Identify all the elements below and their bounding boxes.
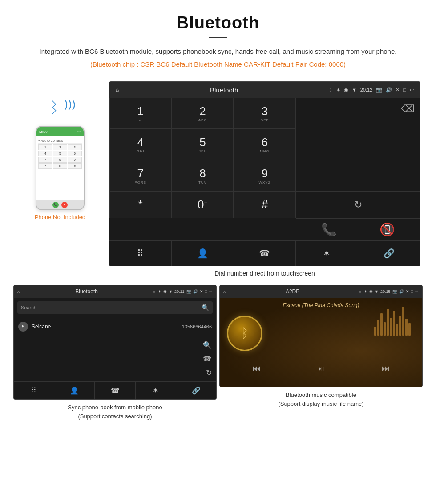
phone-key-5: 5 bbox=[53, 151, 67, 156]
phone-key-3: 3 bbox=[68, 144, 82, 150]
phone-call-button: 📞 bbox=[52, 202, 59, 208]
phone-device: M:S0 ▪▪▪ + Add to Contacts 1 2 3 4 5 6 7… bbox=[36, 126, 85, 210]
signal-waves-icon: ))) bbox=[64, 97, 76, 111]
dial-screen-title: Bluetooth bbox=[123, 86, 325, 94]
dial-key-9[interactable]: 9 WXYZ bbox=[234, 160, 296, 191]
volume-icon: 🔊 bbox=[386, 87, 392, 93]
dial-phone-icon[interactable]: ☎ bbox=[234, 241, 296, 266]
phone-keypad: 1 2 3 4 5 6 7 8 9 * 0 # bbox=[38, 144, 82, 169]
music-caption-line2: (Support display music file name) bbox=[278, 400, 363, 407]
pb-close-icon: ✕ bbox=[200, 289, 203, 294]
music-art-area: ᛒ ♪ bbox=[220, 311, 422, 360]
bluetooth-icon: ᛒ bbox=[49, 98, 59, 117]
dial-key-4[interactable]: 4 GHI bbox=[109, 129, 172, 160]
phone-key-9: 9 bbox=[68, 157, 82, 163]
pb-sidebar-refresh-icon[interactable]: ↻ bbox=[206, 368, 212, 377]
dial-caption: Dial number direct from touchscreen bbox=[109, 270, 420, 277]
dial-call-button[interactable]: 📞 bbox=[321, 222, 337, 237]
dial-call-actions: 📞 📵 bbox=[296, 218, 420, 240]
phonebook-caption-line1: Sync phone-book from mobile phone bbox=[68, 404, 162, 411]
pb-search-placeholder: Search bbox=[21, 305, 36, 310]
dial-grid-icon[interactable]: ⠿ bbox=[109, 241, 172, 266]
dial-screen: ⌂ Bluetooth ↕ ✶ ◉ ▼ 20:12 📷 🔊 ✕ □ ↩ bbox=[109, 81, 420, 266]
phone-contact-bar: + Add to Contacts bbox=[38, 138, 82, 144]
pb-bottom-bt-icon[interactable]: ✶ bbox=[136, 382, 176, 399]
music-next-button[interactable]: ⏭ bbox=[382, 364, 390, 373]
vis-bar-8 bbox=[396, 324, 398, 336]
dial-backspace-button[interactable]: ⌫ bbox=[401, 103, 415, 115]
music-loc-icon: ◉ bbox=[369, 289, 373, 294]
pb-bottom-bar: ⠿ 👤 ☎ ✶ 🔗 bbox=[14, 381, 216, 399]
dial-key-0[interactable]: 0+ bbox=[172, 191, 234, 218]
music-title: A2DP bbox=[229, 288, 356, 295]
phone-key-6: 6 bbox=[68, 151, 82, 156]
refresh-icon: ↻ bbox=[354, 199, 362, 211]
vis-bar-6 bbox=[390, 318, 392, 336]
window-icon: □ bbox=[403, 87, 406, 92]
page-subtitle: Integrated with BC6 Bluetooth module, su… bbox=[27, 46, 409, 57]
music-caption: Bluetooth music compatible (Support disp… bbox=[219, 391, 423, 408]
vis-bar-3 bbox=[380, 313, 383, 336]
phonebook-status-bar: ⌂ Bluetooth ↕ ✶ ◉ ▼ 20:11 📷 🔊 ✕ □ ↩ bbox=[14, 285, 216, 298]
phonebook-caption: Sync phone-book from mobile phone (Suppo… bbox=[13, 403, 217, 420]
music-sig-icon: ▼ bbox=[375, 289, 379, 294]
pb-contact-initial: S bbox=[18, 322, 28, 332]
phone-key-1: 1 bbox=[38, 144, 52, 150]
bluetooth-icon-wrap: ᛒ ))) bbox=[44, 95, 76, 121]
pb-status-icons: ✶ ◉ ▼ 20:11 📷 🔊 ✕ □ ↩ bbox=[158, 289, 213, 294]
pb-sig-icon: ▼ bbox=[169, 289, 173, 294]
pb-back-icon: ↩ bbox=[209, 289, 213, 294]
vis-bar-2 bbox=[377, 320, 379, 336]
music-status-bar: ⌂ A2DP ↕ ✶ ◉ ▼ 20:15 📷 🔊 ✕ □ ↩ bbox=[220, 285, 422, 298]
pb-time: 20:11 bbox=[174, 289, 185, 294]
dial-key-star[interactable]: * bbox=[109, 191, 172, 218]
music-play-pause-button[interactable]: ⏯ bbox=[317, 364, 325, 373]
pb-vol-icon: 🔊 bbox=[193, 289, 198, 294]
pb-contact-name: Seicane bbox=[32, 324, 178, 330]
pb-bottom-link-icon[interactable]: 🔗 bbox=[176, 382, 216, 399]
location-status-icon: ◉ bbox=[344, 87, 348, 93]
pb-bt-icon: ✶ bbox=[158, 289, 161, 294]
dial-status-icons: ✶ ◉ ▼ 20:12 📷 🔊 ✕ □ ↩ bbox=[336, 87, 414, 93]
phone-column: ᛒ ))) M:S0 ▪▪▪ + Add to Contacts 1 2 3 4… bbox=[16, 81, 105, 220]
music-visualizer bbox=[374, 304, 411, 336]
dial-link-icon[interactable]: 🔗 bbox=[358, 241, 420, 266]
dial-bluetooth-icon[interactable]: ✶ bbox=[296, 241, 358, 266]
vis-bar-5 bbox=[387, 309, 389, 336]
dial-key-8[interactable]: 8 TUV bbox=[172, 160, 234, 191]
dial-refresh-button[interactable]: ↻ bbox=[296, 191, 420, 218]
pb-bottom-contacts-icon[interactable]: 👤 bbox=[54, 382, 95, 399]
pb-bottom-phone-icon[interactable]: ☎ bbox=[95, 382, 135, 399]
music-prev-button[interactable]: ⏮ bbox=[253, 364, 261, 373]
dial-key-7[interactable]: 7 PQRS bbox=[109, 160, 172, 191]
phone-key-7: 7 bbox=[38, 157, 52, 163]
pb-content-area: Search 🔍 S Seicane 13566664466 🔍 ☎ ↻ bbox=[14, 301, 216, 381]
pb-sidebar-search-icon[interactable]: 🔍 bbox=[203, 341, 212, 349]
music-usb-icon: ↕ bbox=[359, 289, 361, 294]
music-time: 20:15 bbox=[380, 289, 391, 294]
phone-key-4: 4 bbox=[38, 151, 52, 156]
pb-bottom-grid-icon[interactable]: ⠿ bbox=[14, 382, 54, 399]
dial-contacts-icon[interactable]: 👤 bbox=[172, 241, 234, 266]
dial-key-5[interactable]: 5 JKL bbox=[172, 129, 234, 160]
dial-key-hash[interactable]: # bbox=[234, 191, 296, 218]
dial-hangup-button[interactable]: 📵 bbox=[379, 222, 395, 237]
dial-status-bar: ⌂ Bluetooth ↕ ✶ ◉ ▼ 20:12 📷 🔊 ✕ □ ↩ bbox=[109, 82, 420, 98]
dial-key-2[interactable]: 2 ABC bbox=[172, 98, 234, 129]
vis-bar-11 bbox=[405, 319, 408, 336]
camera-icon: 📷 bbox=[376, 87, 382, 93]
dial-key-1[interactable]: 1 ∞ bbox=[109, 98, 172, 129]
phone-key-0: 0 bbox=[53, 163, 67, 169]
dial-key-3[interactable]: 3 DEF bbox=[234, 98, 296, 129]
pb-window-icon: □ bbox=[205, 289, 207, 294]
pb-sidebar-call-icon[interactable]: ☎ bbox=[203, 355, 212, 363]
dial-key-6[interactable]: 6 MNO bbox=[234, 129, 296, 160]
dial-usb-icon: ↕ bbox=[329, 87, 332, 93]
music-note-icon: ♪ bbox=[258, 336, 262, 345]
phone-not-included-label: Phone Not Included bbox=[35, 214, 85, 220]
dial-home-icon: ⌂ bbox=[116, 87, 119, 93]
phone-key-8: 8 bbox=[53, 157, 67, 163]
pb-search-bar[interactable]: Search 🔍 bbox=[17, 301, 213, 314]
music-controls: ⏮ ⏯ ⏭ bbox=[220, 360, 422, 377]
pb-contact-row[interactable]: S Seicane 13566664466 bbox=[14, 317, 216, 336]
